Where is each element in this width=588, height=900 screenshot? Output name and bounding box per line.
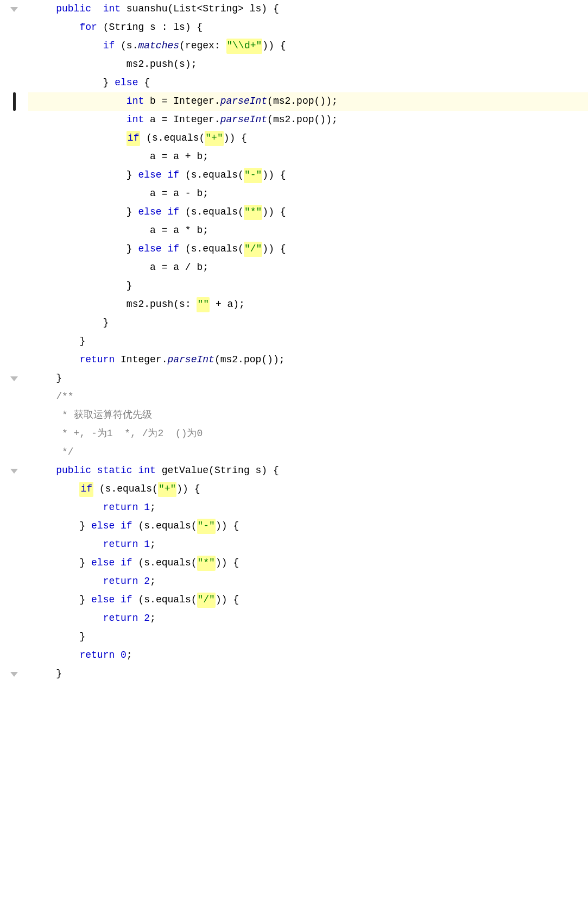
code-token: )) { [216, 556, 239, 571]
gutter-row [0, 536, 28, 554]
code-token: int [138, 463, 155, 479]
gutter-row[interactable] [0, 0, 28, 18]
code-token [162, 205, 168, 220]
code-token: pop() [296, 112, 326, 128]
fold-icon[interactable] [10, 672, 18, 677]
code-line: int a = Integer.parseInt(ms2.pop()); [28, 111, 588, 129]
code-token: { [138, 75, 150, 91]
code-token [33, 574, 103, 589]
fold-icon[interactable] [10, 469, 18, 474]
code-token: )) { [262, 168, 286, 183]
code-token: else [138, 205, 161, 220]
gutter-row [0, 443, 28, 462]
code-token: ); [273, 353, 285, 368]
code-token [33, 611, 103, 626]
code-token: } [33, 75, 115, 91]
code-token: "" [197, 297, 210, 312]
code-token [33, 2, 56, 17]
code-token: return [103, 574, 138, 589]
code-token: 1 [144, 500, 150, 515]
code-token: else [91, 519, 115, 534]
code-token: if [79, 482, 93, 497]
code-token [115, 519, 121, 534]
code-token: a = a / b; [33, 260, 208, 275]
code-token [33, 131, 127, 146]
code-token: (s. [179, 242, 203, 257]
code-token: } [33, 279, 132, 294]
gutter-row[interactable] [0, 369, 28, 388]
code-line: return 0; [28, 646, 588, 665]
gutter-row [0, 406, 28, 425]
code-token: if [121, 556, 132, 571]
code-token: push [150, 57, 173, 72]
code-token: 2 [144, 611, 150, 626]
code-line: } else if (s.equals("*")) { [28, 203, 588, 222]
fold-icon[interactable] [10, 376, 18, 381]
code-token: (String s : ls) { [97, 20, 203, 35]
code-token: ; [150, 500, 156, 515]
code-token: (ms2. [214, 353, 244, 368]
code-token: a = a + b; [33, 149, 208, 165]
code-token: if [167, 168, 179, 183]
code-token: pop() [296, 94, 326, 109]
code-token [91, 463, 97, 479]
gutter-row[interactable] [0, 462, 28, 480]
code-token: else [115, 75, 138, 91]
code-token: if [121, 519, 132, 534]
code-token: ( [238, 205, 244, 220]
code-line: * +, -为1 *, /为2 ()为0 [28, 425, 588, 443]
code-token: push [150, 297, 173, 312]
code-line: ms2.push(s); [28, 55, 588, 74]
code-line: } else if (s.equals("-")) { [28, 517, 588, 536]
code-line: public int suanshu(List<String> ls) { [28, 0, 588, 18]
code-token [33, 353, 79, 368]
gutter-row [0, 166, 28, 185]
code-token: } [33, 630, 85, 645]
code-token: } [33, 205, 138, 220]
code-token: ; [150, 611, 156, 626]
code-line: a = a + b; [28, 148, 588, 166]
code-line: } [28, 665, 588, 683]
code-line: ms2.push(s: "" + a); [28, 295, 588, 314]
code-token: )) { [176, 482, 200, 497]
gutter-row [0, 55, 28, 74]
code-token [138, 574, 144, 589]
gutter-row [0, 240, 28, 259]
fold-icon[interactable] [10, 7, 18, 12]
code-token: ( [179, 39, 185, 54]
gutter-row [0, 517, 28, 536]
code-line: * 获取运算符优先级 [28, 406, 588, 425]
active-line-indicator [13, 92, 16, 111]
code-token: (ms2. [267, 112, 296, 128]
code-token: "+" [158, 482, 176, 497]
code-token: } [33, 334, 85, 349]
code-token [33, 94, 127, 109]
gutter-row [0, 591, 28, 609]
code-token: if [121, 593, 132, 608]
gutter-row [0, 388, 28, 406]
code-token: "+" [205, 131, 223, 146]
gutter-row [0, 332, 28, 351]
gutter-row [0, 609, 28, 628]
code-token: (s. [179, 168, 203, 183]
gutter-row [0, 148, 28, 166]
code-token: (s. [140, 131, 163, 146]
code-token: ( [238, 242, 244, 257]
code-line: } [28, 332, 588, 351]
code-token: )) { [216, 519, 239, 534]
code-token: )) { [224, 131, 247, 146]
gutter-row[interactable] [0, 665, 28, 683]
gutter-row [0, 499, 28, 517]
gutter-row [0, 111, 28, 129]
code-token: ms2. [33, 297, 150, 312]
code-line: if (s.matches(regex: "\\d+")) { [28, 37, 588, 55]
gutter-row [0, 222, 28, 240]
code-token: int [127, 94, 144, 109]
code-token: } [33, 519, 91, 534]
code-token: 0 [121, 648, 127, 663]
code-token: Integer. [115, 353, 167, 368]
code-token: ); [326, 112, 338, 128]
code-token: equals [164, 131, 199, 146]
code-token: /** [33, 389, 74, 405]
code-token: return [103, 537, 138, 552]
